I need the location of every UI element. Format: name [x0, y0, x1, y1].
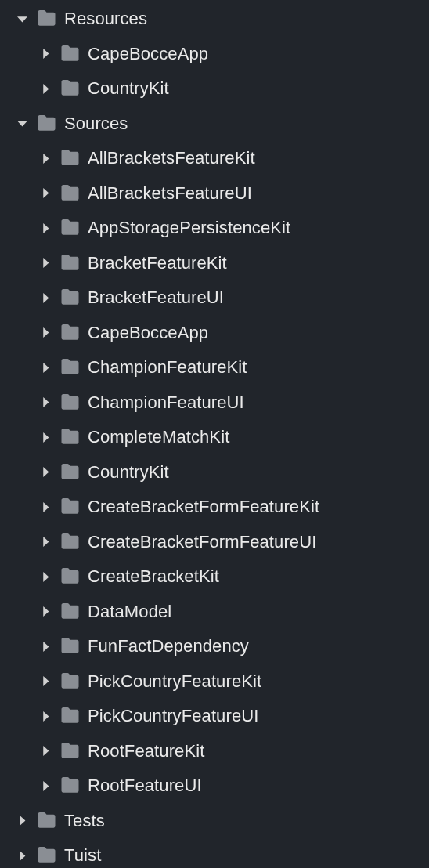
tree-item-label: DataModel [88, 602, 171, 622]
tree-item-createbracketformfeaturekit[interactable]: CreateBracketFormFeatureKit [0, 490, 429, 525]
tree-item-championfeatureui[interactable]: ChampionFeatureUI [0, 385, 429, 421]
folder-icon [58, 254, 81, 273]
tree-item-label: PickCountryFeatureUI [88, 706, 258, 726]
tree-item-resources[interactable]: Resources [0, 2, 429, 37]
chevron-right-icon[interactable] [36, 184, 55, 203]
tree-item-championfeaturekit[interactable]: ChampionFeatureKit [0, 350, 429, 385]
chevron-right-icon[interactable] [36, 324, 55, 342]
chevron-right-icon[interactable] [36, 776, 55, 795]
tree-item-allbracketsfeaturekit[interactable]: AllBracketsFeatureKit [0, 141, 429, 176]
chevron-right-icon[interactable] [36, 707, 55, 725]
folder-icon [58, 463, 81, 482]
folder-icon [34, 812, 58, 830]
tree-item-label: BracketFeatureUI [88, 288, 224, 308]
chevron-right-icon[interactable] [36, 393, 55, 412]
tree-item-label: BracketFeatureKit [88, 253, 227, 273]
tree-item-label: ChampionFeatureUI [88, 392, 244, 413]
tree-item-label: CapeBocceApp [88, 44, 208, 64]
tree-item-label: AppStoragePersistenceKit [88, 218, 290, 238]
tree-item-label: ChampionFeatureKit [88, 357, 247, 378]
folder-icon [58, 428, 81, 447]
chevron-right-icon[interactable] [36, 254, 55, 273]
chevron-right-icon[interactable] [36, 463, 55, 482]
folder-icon [58, 358, 81, 377]
file-tree: ResourcesCapeBocceAppCountryKitSourcesAl… [0, 2, 429, 868]
folder-icon [58, 637, 81, 656]
chevron-right-icon[interactable] [36, 428, 55, 447]
chevron-right-icon[interactable] [36, 637, 55, 656]
chevron-right-icon[interactable] [13, 846, 31, 865]
folder-icon [58, 45, 81, 63]
chevron-right-icon[interactable] [36, 45, 55, 63]
chevron-down-icon[interactable] [13, 114, 31, 133]
tree-item-completematchkit[interactable]: CompleteMatchKit [0, 420, 429, 455]
tree-item-bracketfeaturekit[interactable]: BracketFeatureKit [0, 246, 429, 281]
chevron-right-icon[interactable] [36, 602, 55, 621]
tree-item-rootfeaturekit[interactable]: RootFeatureKit [0, 734, 429, 769]
tree-item-appstoragepersistencekit[interactable]: AppStoragePersistenceKit [0, 211, 429, 246]
tree-item-funfactdependency[interactable]: FunFactDependency [0, 629, 429, 664]
tree-item-rootfeatureui[interactable]: RootFeatureUI [0, 769, 429, 804]
tree-item-sources[interactable]: Sources [0, 107, 429, 142]
folder-icon [58, 149, 81, 168]
tree-item-label: CapeBocceApp [88, 323, 208, 343]
chevron-right-icon[interactable] [36, 79, 55, 98]
chevron-right-icon[interactable] [36, 149, 55, 168]
tree-item-tuist[interactable]: Tuist [0, 838, 429, 868]
tree-item-pickcountryfeatureui[interactable]: PickCountryFeatureUI [0, 699, 429, 734]
tree-item-label: FunFactDependency [88, 636, 249, 656]
chevron-right-icon[interactable] [36, 219, 55, 237]
chevron-right-icon[interactable] [36, 672, 55, 691]
folder-icon [58, 567, 81, 586]
folder-icon [58, 742, 81, 761]
chevron-right-icon[interactable] [36, 567, 55, 586]
tree-item-createbracketformfeatureui[interactable]: CreateBracketFormFeatureUI [0, 525, 429, 560]
folder-icon [58, 602, 81, 621]
chevron-down-icon[interactable] [13, 9, 31, 28]
tree-item-createbracketkit[interactable]: CreateBracketKit [0, 559, 429, 595]
chevron-right-icon[interactable] [36, 358, 55, 377]
folder-icon [34, 114, 58, 133]
tree-item-bracketfeatureui[interactable]: BracketFeatureUI [0, 280, 429, 316]
folder-icon [58, 324, 81, 342]
tree-item-pickcountryfeaturekit[interactable]: PickCountryFeatureKit [0, 664, 429, 700]
tree-item-capebocceapp-res[interactable]: CapeBocceApp [0, 37, 429, 72]
tree-item-label: Resources [64, 9, 147, 29]
folder-icon [58, 707, 81, 725]
tree-item-label: Tuist [64, 845, 101, 866]
tree-item-datamodel[interactable]: DataModel [0, 595, 429, 630]
tree-item-label: CreateBracketFormFeatureKit [88, 497, 319, 517]
folder-icon [58, 776, 81, 795]
tree-item-label: CreateBracketKit [88, 566, 219, 587]
tree-item-countrykit-src[interactable]: CountryKit [0, 455, 429, 490]
folder-icon [58, 219, 81, 237]
folder-icon [58, 533, 81, 552]
chevron-right-icon[interactable] [36, 497, 55, 516]
folder-icon [58, 672, 81, 691]
tree-item-label: AllBracketsFeatureKit [88, 148, 255, 168]
folder-icon [34, 846, 58, 865]
tree-item-allbracketsfeatureui[interactable]: AllBracketsFeatureUI [0, 176, 429, 212]
tree-item-label: AllBracketsFeatureUI [88, 183, 252, 204]
folder-icon [34, 9, 58, 28]
tree-item-capebocceapp-src[interactable]: CapeBocceApp [0, 316, 429, 351]
tree-item-label: Tests [64, 811, 105, 831]
tree-item-countrykit-res[interactable]: CountryKit [0, 71, 429, 107]
tree-item-label: RootFeatureKit [88, 741, 204, 761]
tree-item-label: CompleteMatchKit [88, 427, 229, 447]
folder-icon [58, 79, 81, 98]
tree-item-label: PickCountryFeatureKit [88, 671, 261, 692]
chevron-right-icon[interactable] [36, 533, 55, 552]
tree-item-label: Sources [64, 114, 128, 134]
folder-icon [58, 288, 81, 307]
chevron-right-icon[interactable] [36, 742, 55, 761]
chevron-right-icon[interactable] [36, 288, 55, 307]
tree-item-label: CountryKit [88, 462, 169, 483]
tree-item-label: RootFeatureUI [88, 776, 202, 796]
tree-item-tests[interactable]: Tests [0, 804, 429, 839]
folder-icon [58, 184, 81, 203]
chevron-right-icon[interactable] [13, 812, 31, 830]
tree-item-label: CountryKit [88, 78, 169, 99]
tree-item-label: CreateBracketFormFeatureUI [88, 532, 316, 552]
folder-icon [58, 393, 81, 412]
